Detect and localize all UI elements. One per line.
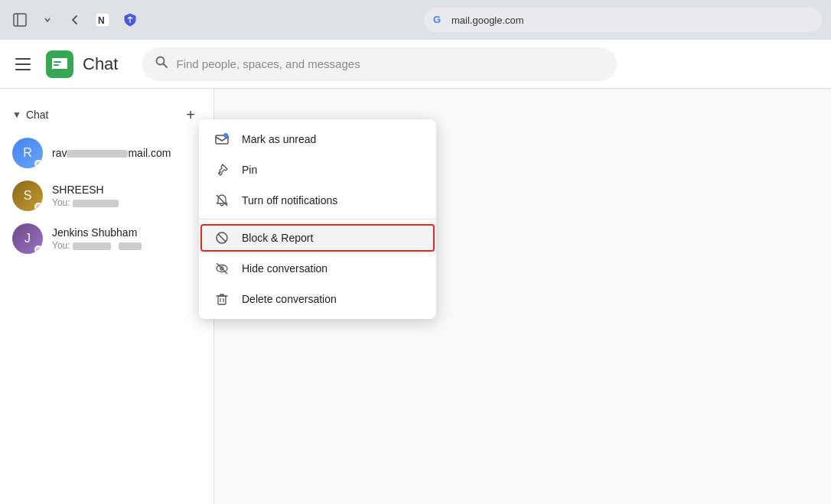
svg-rect-0 bbox=[14, 14, 26, 26]
menu-label-pin: Pin bbox=[242, 164, 257, 176]
search-icon bbox=[155, 55, 168, 73]
status-dot bbox=[34, 245, 42, 253]
status-dot bbox=[34, 203, 42, 210]
avatar: S bbox=[12, 180, 43, 211]
svg-text:N: N bbox=[98, 15, 105, 26]
chat-section-header: ▼ Chat + bbox=[0, 98, 213, 132]
mark-unread-icon bbox=[214, 132, 230, 147]
chat-name: Jenkins Shubham bbox=[52, 226, 201, 239]
menu-label-block-report: Block & Report bbox=[242, 232, 313, 244]
svg-rect-5 bbox=[54, 61, 61, 63]
avatar: J bbox=[12, 223, 43, 254]
menu-divider-1 bbox=[199, 219, 436, 219]
list-item[interactable]: J Jenkins Shubham You: bbox=[0, 217, 213, 260]
hamburger-line-3 bbox=[15, 69, 31, 70]
menu-hamburger-button[interactable] bbox=[12, 52, 37, 76]
chat-info: SHREESH You: bbox=[52, 184, 201, 208]
app-header: Chat Find people, spaces, and messages bbox=[0, 40, 831, 89]
svg-rect-10 bbox=[223, 133, 228, 138]
notion-icon[interactable]: N bbox=[92, 9, 113, 31]
menu-item-mark-unread[interactable]: Mark as unread bbox=[199, 124, 436, 154]
status-dot bbox=[34, 160, 42, 167]
browser-chrome: N G mail.google.com bbox=[0, 0, 831, 40]
avatar: R bbox=[12, 138, 43, 168]
main-content: ▼ Chat + R ravmail.com bbox=[0, 89, 831, 504]
svg-rect-6 bbox=[54, 64, 59, 66]
menu-label-mark-unread: Mark as unread bbox=[242, 133, 316, 145]
app-container: Chat Find people, spaces, and messages ▼… bbox=[0, 40, 831, 504]
app-title: Chat bbox=[83, 54, 118, 74]
chat-info: ravmail.com bbox=[52, 147, 201, 159]
dropdown-arrow-icon[interactable] bbox=[37, 9, 58, 31]
chat-section-title: Chat bbox=[26, 109, 49, 121]
menu-item-block-report[interactable]: Block & Report bbox=[199, 223, 436, 253]
context-menu: Mark as unread Pin bbox=[199, 119, 436, 319]
svg-rect-18 bbox=[218, 296, 226, 304]
menu-item-pin[interactable]: Pin bbox=[199, 154, 436, 185]
sidebar-toggle-icon[interactable] bbox=[9, 9, 31, 31]
delete-icon bbox=[214, 291, 230, 307]
chat-preview: You: bbox=[52, 197, 201, 208]
back-icon[interactable] bbox=[64, 9, 86, 31]
list-item[interactable]: S SHREESH You: bbox=[0, 174, 213, 217]
search-placeholder: Find people, spaces, and messages bbox=[176, 57, 360, 70]
add-chat-button[interactable]: + bbox=[180, 104, 201, 125]
brave-shield-icon[interactable] bbox=[119, 9, 141, 31]
address-bar[interactable]: G mail.google.com bbox=[424, 8, 822, 32]
svg-line-14 bbox=[218, 234, 226, 242]
chat-name: SHREESH bbox=[52, 184, 201, 196]
chevron-down-icon: ▼ bbox=[12, 109, 21, 120]
address-text: mail.google.com bbox=[451, 15, 524, 26]
pin-icon bbox=[214, 162, 230, 177]
sidebar: ▼ Chat + R ravmail.com bbox=[0, 89, 214, 504]
hamburger-line-1 bbox=[15, 58, 31, 60]
right-content-area: Mark as unread Pin bbox=[214, 89, 831, 504]
notification-off-icon bbox=[214, 193, 230, 208]
chat-logo-icon bbox=[46, 50, 73, 78]
menu-label-hide-conversation: Hide conversation bbox=[242, 262, 328, 275]
google-logo: G bbox=[433, 14, 445, 26]
chat-preview: You: bbox=[52, 240, 201, 251]
menu-item-notifications-off[interactable]: Turn off notifications bbox=[199, 185, 436, 216]
browser-controls: N bbox=[9, 9, 141, 31]
menu-item-delete-conversation[interactable]: Delete conversation bbox=[199, 284, 436, 314]
list-item[interactable]: R ravmail.com bbox=[0, 132, 213, 174]
chat-section-label[interactable]: ▼ Chat bbox=[12, 109, 48, 121]
chat-info: Jenkins Shubham You: bbox=[52, 226, 201, 251]
block-icon bbox=[214, 230, 230, 245]
hide-icon bbox=[214, 261, 230, 276]
svg-line-8 bbox=[164, 64, 168, 68]
menu-item-hide-conversation[interactable]: Hide conversation bbox=[199, 253, 436, 284]
menu-label-notifications-off: Turn off notifications bbox=[242, 194, 337, 206]
redacted-email bbox=[67, 150, 128, 158]
search-bar[interactable]: Find people, spaces, and messages bbox=[142, 47, 617, 81]
menu-label-delete-conversation: Delete conversation bbox=[242, 293, 337, 305]
chat-name: ravmail.com bbox=[52, 147, 201, 159]
hamburger-line-2 bbox=[15, 63, 31, 65]
